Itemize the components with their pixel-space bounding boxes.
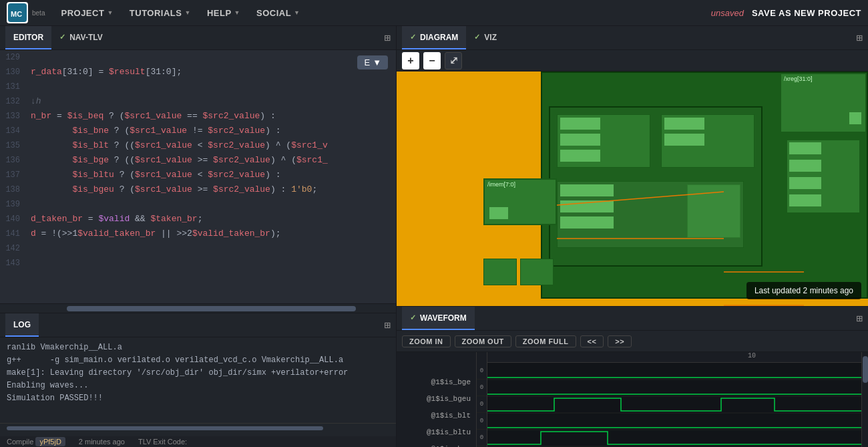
tab-viz[interactable]: ✓ VIZ	[466, 26, 505, 49]
right-panel: ✓ DIAGRAM ✓ VIZ ⊞ + − ⤢ |cpu	[397, 26, 868, 447]
imem-port	[489, 206, 509, 220]
main-chip-area: /xreg[31:0]	[541, 71, 868, 299]
small-block-2	[520, 259, 554, 285]
zoom-out-button[interactable]: ZOOM OUT	[455, 335, 511, 347]
waveform-section: ✓ WAVEFORM ⊞ ZOOM IN ZOOM OUT ZOOM FULL …	[397, 307, 868, 447]
wave-label-0: @1$is_bge	[397, 374, 476, 390]
nav-tlv-check-icon: ✓	[59, 33, 65, 41]
code-line-138: 138 $is_bgeu ? ($src1_value >= $src2_val…	[0, 182, 396, 197]
small-block-1	[483, 259, 517, 285]
e-button[interactable]: E ▼	[357, 55, 388, 69]
log-line-1: ranlib Vmakerchip__ALL.a	[7, 341, 389, 354]
log-expand-icon[interactable]: ⊞	[384, 319, 391, 332]
tutorials-arrow-icon: ▼	[184, 9, 190, 16]
nav-project[interactable]: PROJECT ▼	[53, 0, 121, 25]
code-line-131: 131	[0, 80, 396, 94]
project-arrow-icon: ▼	[107, 9, 113, 16]
nav-social[interactable]: SOCIAL ▼	[248, 0, 308, 25]
code-line-130: 130 r_data[31:0] = $result[31:0];	[0, 65, 396, 80]
diagram-last-updated: Last updated 2 minutes ago	[746, 282, 861, 299]
sub-chip-3-right	[687, 184, 740, 238]
tab-diagram[interactable]: ✓ DIAGRAM	[402, 26, 466, 49]
waveform-expand-icon[interactable]: ⊞	[856, 312, 863, 325]
xreg-block: /xreg[31:0]	[780, 73, 867, 133]
beta-label: beta	[32, 9, 45, 17]
nav-help[interactable]: HELP ▼	[199, 0, 248, 25]
compile-label: Compile yPf5jD	[7, 438, 65, 446]
tab-waveform[interactable]: ✓ WAVEFORM	[402, 307, 475, 330]
sub-block-1a	[789, 142, 822, 155]
imem-label: /imem[7:0]	[487, 181, 515, 188]
sub-chip-3-inner-3	[560, 216, 614, 229]
logo: MC beta	[7, 2, 45, 23]
svg-text:MC: MC	[11, 10, 22, 18]
tab-nav-tlv[interactable]: ✓ NAV-TLV	[51, 26, 111, 49]
zoom-out-button[interactable]: −	[423, 52, 441, 69]
xreg-port	[849, 112, 862, 125]
nav-menu: PROJECT ▼ TUTORIALS ▼ HELP ▼ SOCIAL ▼	[53, 0, 308, 25]
diagram-canvas[interactable]: |cpu /xreg[31:0]	[397, 71, 868, 306]
horizontal-scrollbar[interactable]	[0, 303, 396, 313]
e-dropdown-icon: ▼	[373, 57, 381, 67]
main-layout: EDITOR ✓ NAV-TLV ⊞ 129 130 r_data[31:	[0, 26, 868, 447]
sub-chip-inner-1	[560, 118, 600, 130]
prev-button[interactable]: <<	[580, 335, 604, 347]
waveform-check-icon: ✓	[410, 313, 416, 322]
viz-check-icon: ✓	[474, 33, 480, 41]
waveform-svg	[487, 363, 861, 447]
diagram-tabs: ✓ DIAGRAM ✓ VIZ ⊞	[397, 26, 868, 50]
h-scroll-thumb[interactable]	[67, 306, 356, 311]
zoom-in-button[interactable]: +	[402, 52, 419, 69]
sub-block-1b	[789, 159, 822, 172]
waveform-tabs: ✓ WAVEFORM ⊞	[397, 307, 868, 331]
log-section: LOG ⊞ ranlib Vmakerchip__ALL.a g++ -g si…	[0, 313, 396, 447]
circuit-block-1	[787, 140, 860, 213]
wave-label-1: @1$is_bgeu	[397, 390, 476, 407]
wave-vscrollbar[interactable]	[861, 352, 868, 447]
code-content: 129 130 r_data[31:0] = $result[31:0]; 13…	[0, 50, 396, 271]
waveform-controls: ZOOM IN ZOOM OUT ZOOM FULL << >>	[397, 331, 868, 352]
sub-chip-3	[557, 181, 744, 248]
wave-labels: @1$is_bge @1$is_bgeu @1$is_blt @1$is_blt…	[397, 352, 477, 447]
wave-label-4: @1$is_bne	[397, 440, 476, 447]
logo-image: MC	[7, 2, 28, 23]
tab-log[interactable]: LOG	[5, 313, 39, 337]
code-line-137: 137 $is_bltu ? ($src1_value < $src2_valu…	[0, 168, 396, 182]
log-content: ranlib Vmakerchip__ALL.a g++ -g sim_main…	[0, 337, 396, 423]
sub-chip-2	[661, 114, 754, 168]
save-as-new-project-button[interactable]: SAVE AS NEW PROJECT	[752, 8, 861, 18]
exit-code-label: TLV Exit Code:	[138, 438, 187, 446]
log-scrollbar[interactable]	[0, 423, 396, 436]
sub-chip-1	[557, 114, 650, 168]
unsaved-label: unsaved	[711, 8, 744, 18]
zoom-in-button[interactable]: ZOOM IN	[402, 335, 451, 347]
next-button[interactable]: >>	[608, 335, 632, 347]
code-line-129: 129	[0, 50, 396, 65]
code-line-136: 136 $is_bge ? (($src1_value >= $src2_val…	[0, 153, 396, 168]
sub-chip-inner-2	[560, 134, 600, 146]
ruler-mark-10: 10	[748, 352, 756, 359]
compile-timestamp: 2 minutes ago	[79, 438, 125, 446]
compile-id: yPf5jD	[35, 437, 65, 446]
wave-ruler: 10	[487, 352, 861, 363]
vscroll-thumb[interactable]	[863, 356, 868, 383]
nav-tutorials[interactable]: TUTORIALS ▼	[122, 0, 199, 25]
tab-editor[interactable]: EDITOR	[5, 26, 51, 49]
code-editor[interactable]: 129 130 r_data[31:0] = $result[31:0]; 13…	[0, 50, 396, 303]
zoom-full-button[interactable]: ZOOM FULL	[515, 335, 576, 347]
code-line-132: 132 ↓h	[0, 94, 396, 109]
editor-tabs: EDITOR ✓ NAV-TLV ⊞	[0, 26, 396, 50]
editor-expand-icon[interactable]: ⊞	[384, 31, 391, 45]
sub-chip-2-inner-2	[664, 134, 704, 146]
expand-button[interactable]: ⤢	[445, 52, 462, 69]
xreg-label: /xreg[31:0]	[784, 76, 813, 82]
code-line-135: 135 $is_blt ? (($src1_value < $src2_valu…	[0, 138, 396, 153]
code-line-143: 143	[0, 256, 396, 271]
waveform-canvas[interactable]: @1$is_bge @1$is_bgeu @1$is_blt @1$is_blt…	[397, 352, 868, 447]
top-nav: MC beta PROJECT ▼ TUTORIALS ▼ HELP ▼ SOC…	[0, 0, 868, 26]
sub-chip-2-inner-1	[664, 118, 704, 130]
diagram-expand-icon[interactable]: ⊞	[856, 31, 863, 45]
log-tabs: LOG ⊞	[0, 313, 396, 337]
social-arrow-icon: ▼	[294, 9, 300, 16]
nav-right: unsaved SAVE AS NEW PROJECT	[711, 8, 861, 18]
